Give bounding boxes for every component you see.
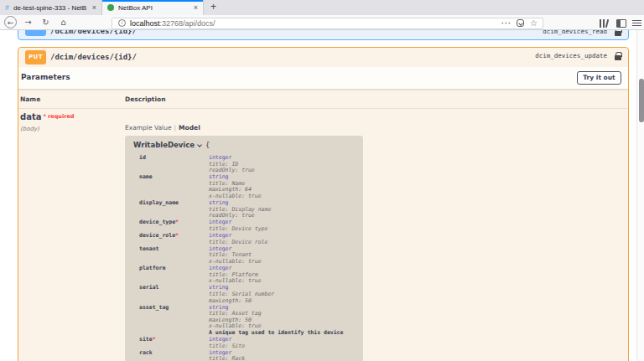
model-properties: idintegertitle: IDreadOnly: truenamestri…: [139, 155, 360, 361]
property-name: device_type*: [139, 219, 209, 232]
property-name: device_role*: [139, 233, 209, 245]
property-details: integertitle: Device type: [209, 219, 267, 232]
url-path: :32768/api/docs/: [160, 19, 216, 28]
try-it-out-button[interactable]: Try it out: [577, 71, 621, 85]
model-title[interactable]: WritableDevice {: [133, 141, 210, 149]
navigation-toolbar: ← → ↻ ⌂ i localhost:32768/api/docs/ ··· …: [0, 15, 644, 30]
model-property: rackintegertitle: Rack: [139, 350, 360, 361]
netbox-favicon-icon: [107, 4, 114, 11]
property-name: id: [139, 155, 209, 174]
tab-de-test-spine[interactable]: # de-test-spine-333 - NetB ×: [0, 0, 102, 15]
property-details: integertitle: Site: [209, 337, 245, 349]
property-name: asset_tag: [139, 305, 209, 337]
model-property: display_namestringtitle: Display namerea…: [139, 200, 360, 219]
property-attribute: title: Rack: [209, 356, 245, 361]
url-bar[interactable]: i localhost:32768/api/docs/ ··· ☆: [112, 18, 543, 29]
close-tab-icon[interactable]: ×: [194, 4, 198, 11]
url-host: localhost: [130, 19, 160, 28]
property-details: integertitle: Device role: [209, 233, 267, 245]
property-details: stringtitle: Display namereadOnly: true: [209, 200, 271, 219]
table-divider: [18, 108, 628, 109]
property-name: tenant: [139, 246, 209, 266]
site-info-icon[interactable]: i: [118, 19, 126, 27]
chevron-down-icon: [197, 142, 202, 147]
put-method-badge: PUT: [25, 50, 46, 64]
property-name: serial: [139, 285, 209, 304]
property-name: name: [139, 174, 209, 199]
bookmark-star-icon[interactable]: ☆: [530, 18, 538, 28]
model-property: asset_tagstringtitle: Asset tagmaxLength…: [139, 305, 360, 337]
pocket-icon[interactable]: [517, 19, 524, 27]
url-text: localhost:32768/api/docs/: [130, 19, 501, 28]
get-endpoint-path: /dcim/devices/{id}/: [50, 30, 137, 35]
get-method-badge: GET: [25, 30, 46, 36]
parameter-location: (body): [20, 126, 39, 132]
page-content: GET /dcim/devices/{id}/ dcim_devices_rea…: [0, 30, 644, 361]
required-star: *: [175, 219, 179, 225]
model-property: idintegertitle: IDreadOnly: true: [139, 155, 360, 174]
model-example-tabs: Example Value|Model: [125, 124, 200, 132]
property-details: integertitle: Platformx-nullable: true: [209, 266, 262, 285]
open-brace: {: [205, 141, 210, 149]
name-column-header: Name: [20, 95, 40, 103]
opblock-get-dcim-devices[interactable]: GET /dcim/devices/{id}/ dcim_devices_rea…: [18, 30, 629, 40]
tab-title: NetBox API: [118, 4, 190, 12]
property-details: stringtitle: NamemaxLength: 64x-nullable…: [209, 174, 262, 199]
model-property: platformintegertitle: Platformx-nullable…: [139, 266, 360, 285]
property-name: display_name: [139, 200, 209, 219]
property-name: site*: [139, 337, 209, 349]
device-favicon-icon: #: [5, 3, 9, 12]
model-property: device_type*integertitle: Device type: [139, 219, 360, 232]
tab-separator: |: [174, 124, 177, 132]
tab-title: de-test-spine-333 - NetB: [13, 4, 88, 12]
property-details: integertitle: Tenantx-nullable: true: [209, 246, 262, 266]
tab-example-value[interactable]: Example Value: [125, 124, 172, 132]
model-property: tenantintegertitle: Tenantx-nullable: tr…: [139, 246, 360, 266]
library-icon[interactable]: [599, 19, 610, 28]
put-operation-id: dcim_devices_update: [535, 52, 607, 59]
put-endpoint-path: /dcim/devices/{id}/: [50, 53, 137, 61]
opblock-put-dcim-devices: PUT /dcim/devices/{id}/ dcim_devices_upd…: [18, 47, 629, 361]
property-details: stringtitle: Asset tagmaxLength: 50x-nul…: [209, 305, 343, 337]
required-star: *: [153, 336, 156, 343]
tab-model[interactable]: Model: [179, 124, 200, 132]
sidebar-toggle-icon[interactable]: [616, 19, 626, 28]
property-details: integertitle: Rack: [209, 350, 245, 361]
property-name: platform: [139, 266, 209, 285]
model-property: serialstringtitle: Serial numbermaxLengt…: [139, 285, 360, 304]
reload-button[interactable]: ↻: [39, 16, 52, 28]
parameters-header: Parameters Try it out: [18, 67, 628, 90]
page-actions-icon[interactable]: ···: [501, 19, 512, 28]
menu-hamburger-icon[interactable]: [632, 20, 641, 27]
forward-button[interactable]: →: [22, 16, 34, 28]
home-button[interactable]: ⌂: [57, 16, 70, 28]
model-schema-box: WritableDevice { idintegertitle: IDreadO…: [125, 136, 363, 361]
parameter-name: data* required: [20, 112, 75, 121]
vertical-scrollbar[interactable]: [636, 30, 644, 361]
new-tab-button[interactable]: +: [204, 0, 223, 15]
model-property: device_role*integertitle: Device role: [139, 233, 360, 245]
required-label: * required: [43, 113, 74, 120]
model-property: site*integertitle: Site: [139, 337, 360, 349]
property-details: stringtitle: Serial numbermaxLength: 50: [209, 285, 274, 304]
back-button[interactable]: ←: [4, 16, 17, 28]
get-operation-id: dcim_devices_read: [543, 30, 607, 35]
required-star: *: [175, 232, 179, 239]
property-details: integertitle: IDreadOnly: true: [209, 155, 255, 174]
description-column-header: Description: [125, 95, 166, 103]
tab-netbox-api[interactable]: NetBox API ×: [102, 0, 204, 15]
model-property: namestringtitle: NamemaxLength: 64x-null…: [139, 174, 360, 199]
property-name: rack: [139, 350, 209, 361]
scrollbar-thumb[interactable]: [639, 79, 644, 122]
lock-icon[interactable]: [615, 55, 621, 60]
tab-bar: # de-test-spine-333 - NetB × NetBox API …: [0, 0, 644, 15]
lock-icon[interactable]: [615, 31, 621, 36]
parameters-title: Parameters: [21, 73, 70, 81]
close-tab-icon[interactable]: ×: [92, 4, 96, 11]
